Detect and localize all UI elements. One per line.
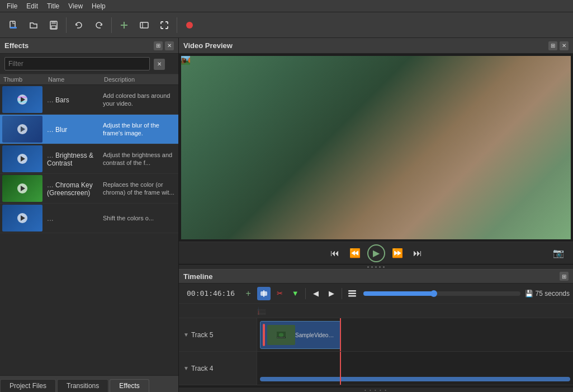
add-clip-button[interactable] [115, 16, 133, 34]
thumb-play-extra [17, 213, 27, 223]
play-button[interactable]: ▶ [367, 244, 385, 262]
skip-end-button[interactable]: ⏭ [410, 245, 425, 261]
track-4-label: ▼ Track 4 [179, 352, 257, 385]
fast-forward-button[interactable]: ⏩ [390, 245, 405, 261]
menu-help[interactable]: Help [87, 1, 110, 11]
right-panel: Video Preview ⊞ ✕ [179, 38, 573, 392]
track-5-clip[interactable]: SampleVideo_1280... [260, 321, 341, 349]
tracks-area: ▼ Track 5 [179, 318, 573, 388]
effect-thumb-bars [2, 86, 42, 113]
tl-zoom-options[interactable] [345, 287, 359, 300]
effect-row-brightness[interactable]: ... Brightness & Contrast Adjust the bri… [0, 144, 178, 174]
track-4-bar [260, 377, 570, 381]
effect-thumb-blur [2, 116, 42, 143]
tab-project-files[interactable]: Project Files [0, 379, 56, 392]
tl-prev-marker[interactable]: ◀ [309, 287, 323, 300]
seconds-label: 💾 75 seconds [525, 290, 570, 297]
clip-name-container: SampleVideo_1280... [295, 332, 334, 338]
svg-text:00:07:30: 00:07:30 [263, 308, 263, 312]
svg-point-59 [279, 333, 283, 337]
bottom-tabs: Project Files Transitions Effects [0, 375, 178, 392]
fullscreen-button[interactable] [155, 16, 173, 34]
svg-point-19 [184, 59, 185, 60]
main-toolbar [0, 12, 573, 38]
svg-rect-62 [278, 337, 279, 338]
svg-rect-1 [10, 27, 17, 29]
preview-panel-controls: ⊞ ✕ [548, 41, 569, 50]
progress-handle[interactable] [430, 290, 437, 297]
new-button[interactable] [4, 16, 22, 34]
open-button[interactable] [25, 16, 42, 34]
save-button[interactable] [45, 16, 63, 34]
track-5-content[interactable]: SampleVideo_1280... [257, 318, 573, 351]
thumb-play-brightness [17, 154, 27, 164]
col-thumb-header: Thumb [0, 76, 45, 83]
menu-title[interactable]: Title [42, 1, 64, 11]
effect-row-chroma[interactable]: ... Chroma Key (Greenscreen) Replaces th… [0, 174, 178, 204]
tl-filter-button[interactable]: ▼ [288, 287, 302, 300]
tab-transitions[interactable]: Transitions [57, 379, 108, 392]
effect-thumb-brightness [2, 145, 42, 172]
tl-ripple-button[interactable]: ✂ [273, 287, 286, 300]
resize-handle[interactable] [179, 265, 573, 269]
effects-panel-header: Effects ⊞ ✕ [0, 38, 178, 54]
effect-desc-brightness: Adjust the brightness and contrast of th… [101, 151, 178, 167]
svg-rect-9 [18, 101, 27, 102]
main-content: Effects ⊞ ✕ ✕ Thumb Name Description [0, 38, 573, 392]
preview-close-button[interactable]: ✕ [560, 41, 569, 50]
svg-text:00:06:15: 00:06:15 [262, 308, 262, 312]
timeline-fullscreen-button[interactable]: ⊞ [560, 272, 569, 281]
svg-rect-4 [51, 26, 56, 29]
menu-edit[interactable]: Edit [22, 1, 42, 11]
preview-float-button[interactable]: ⊞ [548, 41, 557, 50]
svg-text:00:10:00: 00:10:00 [265, 308, 266, 312]
timeline-toolbar: 00:01:46:16 + ✂ ▼ ◀ ▶ [179, 284, 573, 304]
effect-name-brightness: ... Brightness & Contrast [45, 150, 101, 167]
effect-row-extra[interactable]: ... Shift the colors o... [0, 204, 178, 233]
svg-rect-3 [51, 21, 56, 24]
filter-input[interactable] [4, 57, 150, 70]
track-4-content[interactable] [257, 352, 573, 385]
filter-clear-button[interactable]: ✕ [154, 59, 165, 70]
tl-add-button[interactable]: + [241, 287, 255, 300]
tl-snap-button[interactable] [257, 287, 271, 300]
timeline-scrubber[interactable] [363, 291, 520, 296]
ruler-svg: 00:01:15 00:02:30 00:03:45 00:05:00 00:0… [257, 306, 266, 315]
svg-rect-65 [282, 337, 283, 338]
svg-rect-63 [280, 337, 281, 338]
filter-bar: ✕ [0, 54, 178, 74]
redo-button[interactable] [90, 16, 108, 34]
svg-rect-37 [348, 292, 356, 294]
undo-button[interactable] [70, 16, 88, 34]
clip-name: SampleVideo_1280... [295, 332, 334, 338]
track-4-arrow: ▼ [183, 365, 189, 371]
menu-bar: File Edit Title View Help [0, 0, 573, 12]
effect-thumb-chroma [2, 175, 42, 202]
tl-next-marker[interactable]: ▶ [325, 287, 338, 300]
thumb-play-chroma [17, 183, 27, 193]
effects-list-header: Thumb Name Description [0, 74, 178, 85]
panel-float-button[interactable]: ⊞ [154, 41, 163, 50]
record-button[interactable] [181, 16, 198, 34]
svg-text:00:05:00: 00:05:00 [261, 308, 261, 312]
properties-button[interactable] [135, 16, 153, 34]
camera-button[interactable]: 📷 [551, 245, 566, 261]
col-desc-header: Description [101, 76, 172, 83]
tab-effects[interactable]: Effects [110, 379, 149, 392]
effect-row-bars[interactable]: ... Bars Add colored bars around your vi… [0, 85, 178, 115]
rewind-button[interactable]: ⏪ [347, 245, 363, 261]
effect-row-blur[interactable]: ... Blur Adjust the blur of the frame's … [0, 115, 178, 144]
track-5: ▼ Track 5 [179, 318, 573, 352]
menu-view[interactable]: View [64, 1, 87, 11]
progress-fill [363, 291, 434, 296]
preview-title: Video Preview [183, 41, 233, 50]
panel-close-button[interactable]: ✕ [165, 41, 174, 50]
svg-point-25 [190, 58, 190, 59]
tl-sep-2 [342, 288, 342, 299]
svg-point-30 [181, 63, 190, 65]
skip-back-button[interactable]: ⏮ [327, 245, 343, 261]
svg-rect-61 [277, 337, 278, 338]
menu-file[interactable]: File [2, 1, 22, 11]
effect-name-blur: ... Blur [45, 125, 101, 134]
effect-desc-extra: Shift the colors o... [101, 214, 178, 222]
